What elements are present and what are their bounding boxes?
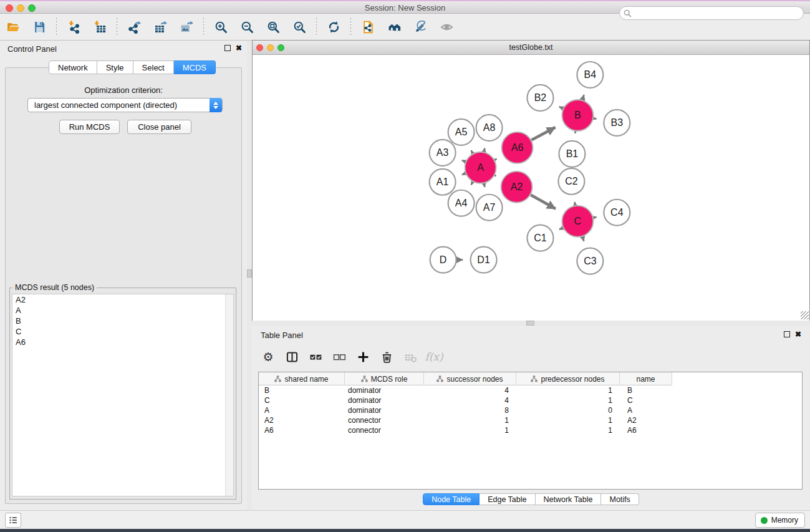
node-A3[interactable]: A3 (430, 140, 456, 166)
memory-button[interactable]: Memory (755, 513, 805, 528)
close-panel-button[interactable]: Close panel (127, 120, 191, 134)
edge-A-A5[interactable] (471, 150, 473, 153)
result-list-item[interactable]: B (12, 316, 233, 326)
edge-A-A7[interactable] (484, 183, 485, 187)
zoom-out-icon[interactable] (236, 17, 258, 37)
node-A5[interactable]: A5 (448, 119, 475, 145)
column-header-successor-nodes[interactable]: successor nodes (424, 372, 516, 385)
edge-A-A2[interactable] (494, 175, 496, 176)
edge-B-B4[interactable] (582, 95, 584, 100)
edge-A2-C[interactable] (531, 195, 556, 208)
column-browser-icon[interactable] (283, 348, 301, 365)
open-file-icon[interactable] (2, 17, 24, 37)
tab-select[interactable]: Select (133, 60, 174, 74)
tab-network[interactable]: Network (49, 60, 97, 74)
node-C4[interactable]: C4 (604, 200, 630, 226)
close-panel-icon[interactable]: ✖ (236, 45, 242, 51)
tab-node-table[interactable]: Node Table (423, 493, 480, 505)
column-type-icon (274, 375, 281, 382)
gear-icon[interactable]: ⚙ (259, 348, 277, 365)
search-input[interactable] (619, 6, 804, 20)
tab-network-table[interactable]: Network Table (536, 493, 602, 505)
table-row[interactable]: A2connector11A2 (259, 415, 802, 425)
table-row[interactable]: Cdominator41C (259, 395, 802, 405)
edge-B-B3[interactable] (594, 118, 597, 119)
node-C[interactable]: C (562, 206, 593, 237)
zoom-selected-icon[interactable] (289, 17, 310, 37)
node-C3[interactable]: C3 (577, 248, 603, 274)
delete-icon[interactable] (378, 348, 395, 365)
refresh-icon[interactable] (323, 17, 344, 37)
zoom-fit-icon[interactable] (263, 17, 284, 37)
node-C2[interactable]: C2 (558, 168, 584, 195)
edge-A-A4[interactable] (471, 182, 473, 185)
save-session-icon[interactable] (29, 17, 50, 37)
select-all-icon[interactable] (307, 348, 324, 365)
export-network-icon[interactable] (123, 17, 145, 37)
node-B[interactable]: B (562, 100, 593, 131)
edge-A-A6[interactable] (494, 159, 496, 160)
float-table-panel-icon[interactable] (784, 331, 790, 337)
tab-style[interactable]: Style (97, 60, 133, 74)
vertical-split-divider[interactable] (247, 41, 252, 510)
node-B1[interactable]: B1 (559, 141, 585, 167)
node-B2[interactable]: B2 (527, 85, 553, 111)
node-A7[interactable]: A7 (476, 195, 503, 221)
table-row[interactable]: A6connector11A6 (259, 425, 802, 435)
criterion-select[interactable]: largest connected component (directed) (27, 98, 223, 112)
horizontal-split-divider[interactable] (252, 321, 810, 326)
network-from-selection-icon[interactable] (357, 17, 378, 37)
column-header-shared-name[interactable]: shared name (259, 372, 345, 385)
divider-collapse-handle[interactable] (247, 269, 252, 278)
task-history-button[interactable] (5, 513, 21, 528)
close-table-panel-icon[interactable]: ✖ (795, 331, 801, 337)
tab-mcds[interactable]: MCDS (174, 60, 216, 74)
result-list-scrollbar[interactable] (225, 294, 233, 496)
export-table-icon[interactable] (150, 17, 171, 37)
edge-A-A1[interactable] (462, 173, 465, 175)
import-table-icon[interactable] (89, 17, 110, 37)
tab-edge-table[interactable]: Edge Table (480, 493, 535, 505)
divider-collapse-handle-h[interactable] (526, 321, 534, 326)
edge-B-B2[interactable] (559, 107, 563, 109)
edge-A-A3[interactable] (462, 160, 466, 162)
edge-C-C3[interactable] (582, 236, 584, 241)
table-row[interactable]: Adominator80A (259, 405, 802, 415)
column-header-MCDS-role[interactable]: MCDS role (345, 372, 424, 385)
node-C1[interactable]: C1 (527, 225, 553, 251)
tab-motifs[interactable]: Motifs (601, 493, 639, 505)
deselect-all-icon[interactable] (330, 348, 348, 365)
node-D1[interactable]: D1 (471, 247, 497, 273)
window-resize-grip[interactable] (801, 311, 809, 319)
edge-A6-B[interactable] (531, 127, 555, 140)
result-list-item[interactable]: A2 (12, 294, 233, 305)
result-list-item[interactable]: A6 (12, 337, 233, 347)
node-A6[interactable]: A6 (502, 132, 533, 163)
import-network-icon[interactable] (63, 17, 84, 37)
result-list-item[interactable]: C (12, 326, 233, 337)
run-mcds-button[interactable]: Run MCDS (59, 120, 120, 134)
node-B4[interactable]: B4 (577, 62, 603, 88)
first-neighbors-icon[interactable] (383, 17, 405, 37)
edge-C-C1[interactable] (559, 228, 563, 230)
node-A1[interactable]: A1 (430, 169, 456, 195)
toggle-annotations-icon[interactable] (410, 17, 431, 37)
column-header-name[interactable]: name (620, 372, 672, 385)
edge-A-A8[interactable] (484, 148, 485, 152)
node-A2[interactable]: A2 (501, 172, 533, 203)
table-row[interactable]: Bdominator41B (259, 385, 802, 395)
node-D[interactable]: D (430, 247, 456, 273)
column-header-predecessor-nodes[interactable]: predecessor nodes (516, 372, 620, 385)
add-icon[interactable] (354, 348, 372, 365)
network-canvas[interactable]: AA1A2A3A4A5A6A7A8BB1B2B3B4CC1C2C3C4DD1 (253, 55, 809, 321)
edge-C-C2[interactable] (575, 202, 576, 205)
float-panel-icon[interactable] (224, 45, 231, 51)
edge-C-C4[interactable] (594, 217, 597, 218)
node-A8[interactable]: A8 (476, 115, 503, 141)
result-list-item[interactable]: A (12, 305, 233, 316)
zoom-in-icon[interactable] (210, 17, 231, 37)
node-A4[interactable]: A4 (448, 190, 475, 216)
export-image-icon[interactable] (176, 17, 197, 37)
node-B3[interactable]: B3 (604, 110, 630, 136)
node-A[interactable]: A (465, 152, 496, 183)
